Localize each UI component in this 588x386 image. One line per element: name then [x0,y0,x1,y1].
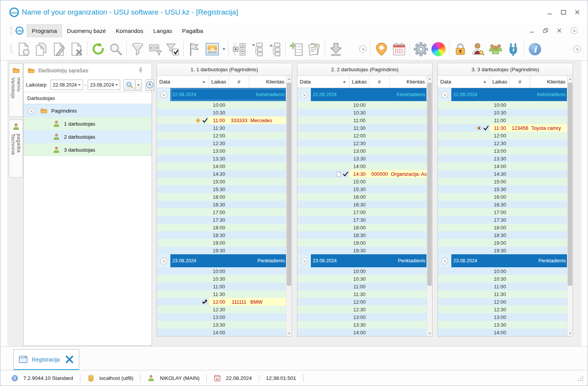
number-cell[interactable] [510,321,530,329]
chevron-circle-icon[interactable] [300,91,308,99]
time-cell[interactable]: 10:00 [490,101,510,109]
client-cell[interactable] [530,283,568,290]
time-cell[interactable]: 10:30 [350,109,369,116]
time-cell[interactable]: 11:00 [490,283,510,290]
client-cell[interactable]: Toyota camry [530,124,568,132]
column-header-client[interactable]: Klientas [249,76,287,88]
time-cell[interactable]: 13:30 [350,321,369,329]
column-header-num[interactable]: # [510,76,530,88]
time-cell[interactable]: 18:00 [209,224,229,231]
tree-column-header[interactable]: Darbuotojas [24,92,152,104]
client-cell[interactable] [390,101,427,109]
client-cell[interactable] [390,185,427,193]
number-cell[interactable]: 333333 [229,116,249,124]
client-cell[interactable] [249,109,287,116]
client-cell[interactable] [390,147,427,155]
client-cell[interactable] [530,247,568,254]
time-slot-row-1230[interactable]: 12:30 [157,306,287,313]
client-cell[interactable] [530,109,568,116]
client-cell[interactable] [530,224,568,231]
tree-item-2-darbuotojas[interactable]: 2 darbuotojas [24,130,152,143]
client-cell[interactable] [530,298,568,306]
number-cell[interactable] [369,155,390,162]
number-cell[interactable] [369,275,390,283]
client-cell[interactable] [530,155,568,162]
mdi-restore-button[interactable] [542,28,549,34]
time-slot-row-1400[interactable]: 14:00 [157,162,287,170]
number-cell[interactable] [369,247,390,254]
time-cell[interactable]: 17:00 [350,208,369,216]
time-cell[interactable]: 18:30 [490,231,510,239]
time-slot-row-1830[interactable]: 18:30 [157,231,287,239]
time-slot-row-1330[interactable]: 13:30 [297,321,427,329]
time-cell[interactable]: 12:30 [490,306,510,313]
time-slot-row-1400[interactable]: 14:00 [438,162,568,170]
client-cell[interactable] [390,132,427,139]
tab-close-icon[interactable] [65,355,74,364]
toolbar-drag-handle[interactable] [10,44,12,54]
search-dropdown-button[interactable] [136,79,142,91]
number-cell[interactable] [369,147,390,155]
time-cell[interactable]: 17:30 [350,216,369,224]
time-slot-row-1230[interactable]: 12:30 [438,139,568,147]
time-slot-row-1000[interactable]: 10:00 [157,267,287,275]
client-cell[interactable] [390,298,427,306]
number-cell[interactable] [369,162,390,170]
time-cell[interactable]: 19:30 [490,247,510,254]
number-cell[interactable] [510,132,530,139]
menu-overflow-button[interactable] [570,26,578,35]
client-cell[interactable] [530,170,568,178]
time-cell[interactable]: 16:00 [490,193,510,201]
time-cell[interactable]: 15:30 [490,185,510,193]
client-cell[interactable] [249,193,287,201]
client-cell[interactable]: Organizacija: Asr [390,170,427,178]
client-cell[interactable]: Mercedes [249,116,287,124]
number-cell[interactable]: 123456 [510,124,530,132]
time-button[interactable] [145,79,154,91]
time-cell[interactable]: 13:00 [209,313,229,321]
time-slot-row-1200[interactable]: 12:00 [438,298,568,306]
time-slot-row-1930[interactable]: 19:30 [157,247,287,254]
date-from-combo[interactable]: 22.08.2024 [51,80,83,90]
number-cell[interactable] [510,162,530,170]
time-cell[interactable]: 19:30 [209,247,229,254]
client-cell[interactable] [249,216,287,224]
download-button[interactable] [327,40,345,58]
chevron-circle-button[interactable] [572,44,582,54]
number-cell[interactable] [369,132,390,139]
number-cell[interactable] [510,239,530,247]
number-cell[interactable] [369,208,390,216]
client-cell[interactable] [530,132,568,139]
time-cell[interactable]: 11:30 [490,290,510,298]
number-cell[interactable] [229,155,249,162]
number-cell[interactable] [510,109,530,116]
number-cell[interactable] [369,201,390,208]
number-cell[interactable] [369,313,390,321]
client-cell[interactable] [249,139,287,147]
time-slot-row-1230[interactable]: 12:30 [157,139,287,147]
minimize-button[interactable] [546,9,553,16]
number-cell[interactable] [229,329,249,336]
vertical-scrollbar[interactable] [286,76,292,336]
time-slot-row-1230[interactable]: 12:30 [297,139,427,147]
client-cell[interactable] [530,193,568,201]
client-cell[interactable] [530,208,568,216]
client-cell[interactable] [249,329,287,336]
time-cell[interactable]: 16:30 [209,201,229,208]
time-cell[interactable]: 11:00 [490,116,510,124]
number-cell[interactable] [369,321,390,329]
menu-drag-handle[interactable] [10,26,12,35]
column-header-time[interactable]: Laikas [209,76,229,88]
tab-registracija[interactable]: Registracija [13,349,79,369]
time-slot-row-1900[interactable]: 19:00 [157,239,287,247]
number-cell[interactable] [229,247,249,254]
number-cell[interactable] [369,116,390,124]
number-cell[interactable] [369,329,390,336]
client-cell[interactable] [530,201,568,208]
time-cell[interactable]: 12:30 [209,306,229,313]
number-cell[interactable] [229,290,249,298]
time-slot-row-1230[interactable]: 12:30 [438,306,568,313]
client-cell[interactable] [390,155,427,162]
tree-item-1-darbuotojas[interactable]: 1 darbuotojas [24,117,152,130]
vertical-scrollbar[interactable] [426,76,432,336]
